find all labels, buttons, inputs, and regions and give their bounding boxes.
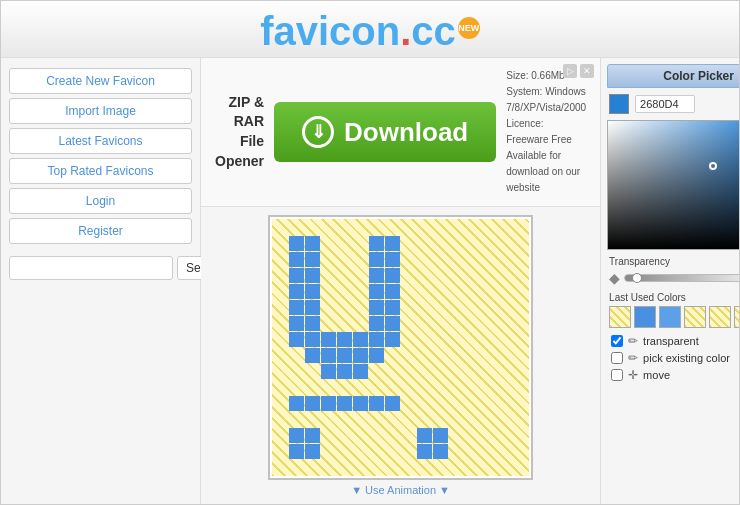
pixel-cell[interactable] <box>305 284 320 299</box>
pixel-cell[interactable] <box>513 268 528 283</box>
swatch-5[interactable] <box>734 306 739 328</box>
pixel-cell[interactable] <box>337 412 352 427</box>
pixel-cell[interactable] <box>369 268 384 283</box>
sidebar-item-register[interactable]: Register <box>9 218 192 244</box>
pixel-cell[interactable] <box>305 428 320 443</box>
pixel-cell[interactable] <box>481 268 496 283</box>
pixel-cell[interactable] <box>273 396 288 411</box>
pixel-cell[interactable] <box>449 220 464 235</box>
pixel-cell[interactable] <box>337 332 352 347</box>
checkbox-pick-existing-input[interactable] <box>611 352 623 364</box>
pixel-cell[interactable] <box>369 444 384 459</box>
pixel-cell[interactable] <box>433 460 448 475</box>
pixel-cell[interactable] <box>401 284 416 299</box>
pixel-cell[interactable] <box>417 412 432 427</box>
pixel-cell[interactable] <box>497 444 512 459</box>
pixel-cell[interactable] <box>433 364 448 379</box>
pixel-cell[interactable] <box>337 252 352 267</box>
pixel-cell[interactable] <box>369 380 384 395</box>
pixel-cell[interactable] <box>273 460 288 475</box>
pixel-cell[interactable] <box>449 444 464 459</box>
pixel-cell[interactable] <box>449 348 464 363</box>
pixel-cell[interactable] <box>465 396 480 411</box>
pixel-cell[interactable] <box>481 332 496 347</box>
pixel-cell[interactable] <box>513 428 528 443</box>
pixel-cell[interactable] <box>481 300 496 315</box>
pixel-cell[interactable] <box>497 316 512 331</box>
swatch-1[interactable] <box>634 306 656 328</box>
pixel-cell[interactable] <box>433 268 448 283</box>
pixel-cell[interactable] <box>321 380 336 395</box>
pixel-cell[interactable] <box>497 284 512 299</box>
pixel-cell[interactable] <box>417 316 432 331</box>
pixel-cell[interactable] <box>273 220 288 235</box>
pixel-cell[interactable] <box>513 332 528 347</box>
pixel-cell[interactable] <box>321 332 336 347</box>
pixel-cell[interactable] <box>369 252 384 267</box>
pixel-cell[interactable] <box>353 428 368 443</box>
pixel-cell[interactable] <box>385 444 400 459</box>
pixel-cell[interactable] <box>369 348 384 363</box>
pixel-cell[interactable] <box>449 332 464 347</box>
pixel-cell[interactable] <box>513 364 528 379</box>
pixel-cell[interactable] <box>465 300 480 315</box>
pixel-cell[interactable] <box>465 268 480 283</box>
pixel-cell[interactable] <box>289 460 304 475</box>
pixel-cell[interactable] <box>337 284 352 299</box>
pixel-cell[interactable] <box>401 252 416 267</box>
pixel-cell[interactable] <box>273 268 288 283</box>
pixel-cell[interactable] <box>497 380 512 395</box>
pixel-cell[interactable] <box>385 348 400 363</box>
pixel-cell[interactable] <box>417 428 432 443</box>
swatch-4[interactable] <box>709 306 731 328</box>
pixel-cell[interactable] <box>385 412 400 427</box>
pixel-cell[interactable] <box>465 284 480 299</box>
ad-triangle-icon[interactable]: ▷ <box>563 64 577 78</box>
pixel-cell[interactable] <box>385 428 400 443</box>
pixel-cell[interactable] <box>513 316 528 331</box>
pixel-cell[interactable] <box>289 268 304 283</box>
pixel-cell[interactable] <box>321 348 336 363</box>
color-hex-input[interactable] <box>635 95 695 113</box>
pixel-cell[interactable] <box>433 300 448 315</box>
pixel-cell[interactable] <box>321 364 336 379</box>
pixel-cell[interactable] <box>305 252 320 267</box>
pixel-cell[interactable] <box>289 364 304 379</box>
pixel-cell[interactable] <box>337 236 352 251</box>
sidebar-item-latest-favicons[interactable]: Latest Favicons <box>9 128 192 154</box>
pixel-cell[interactable] <box>289 412 304 427</box>
pixel-cell[interactable] <box>289 220 304 235</box>
pixel-cell[interactable] <box>433 348 448 363</box>
pixel-cell[interactable] <box>353 444 368 459</box>
checkbox-transparent-input[interactable] <box>611 335 623 347</box>
pixel-cell[interactable] <box>417 284 432 299</box>
pixel-cell[interactable] <box>337 300 352 315</box>
pixel-cell[interactable] <box>353 300 368 315</box>
pixel-cell[interactable] <box>465 252 480 267</box>
pixel-cell[interactable] <box>385 236 400 251</box>
pixel-cell[interactable] <box>353 412 368 427</box>
pixel-cell[interactable] <box>449 284 464 299</box>
pixel-cell[interactable] <box>353 380 368 395</box>
pixel-cell[interactable] <box>385 284 400 299</box>
pixel-cell[interactable] <box>433 316 448 331</box>
pixel-cell[interactable] <box>289 396 304 411</box>
search-input[interactable] <box>9 256 173 280</box>
pixel-cell[interactable] <box>449 364 464 379</box>
pixel-cell[interactable] <box>289 300 304 315</box>
pixel-cell[interactable] <box>385 332 400 347</box>
pixel-cell[interactable] <box>369 236 384 251</box>
pixel-cell[interactable] <box>449 460 464 475</box>
pixel-cell[interactable] <box>433 332 448 347</box>
pixel-cell[interactable] <box>433 396 448 411</box>
pixel-grid[interactable] <box>272 219 529 476</box>
pixel-cell[interactable] <box>513 300 528 315</box>
sidebar-item-import-image[interactable]: Import Image <box>9 98 192 124</box>
pixel-cell[interactable] <box>465 332 480 347</box>
pixel-cell[interactable] <box>337 364 352 379</box>
pixel-cell[interactable] <box>321 236 336 251</box>
pixel-cell[interactable] <box>417 268 432 283</box>
pixel-cell[interactable] <box>321 428 336 443</box>
pixel-cell[interactable] <box>305 220 320 235</box>
pixel-cell[interactable] <box>481 236 496 251</box>
